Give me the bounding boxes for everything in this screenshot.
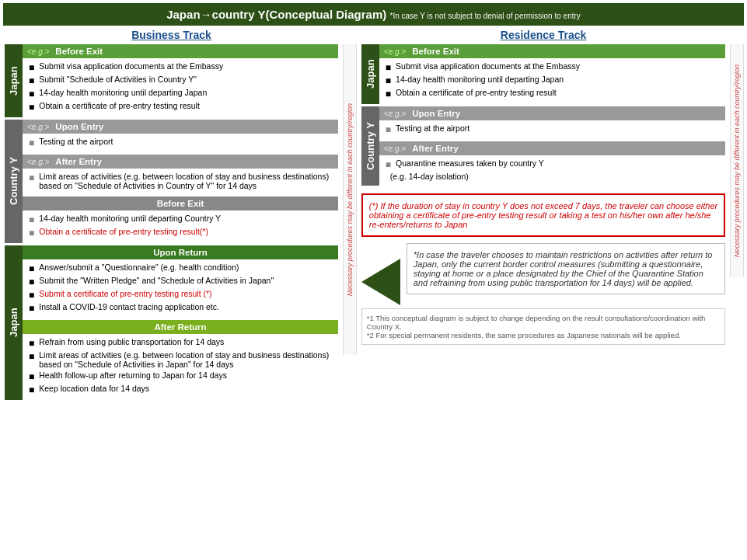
after-return-item-4: ■ Keep location data for 14 days	[29, 384, 332, 395]
japan-return-label: Japan	[5, 245, 23, 400]
after-return-header: After Return	[23, 320, 338, 334]
side-note-right: Necessary procedures may be different in…	[733, 64, 741, 257]
before-exit-item-1: ■ Submit visa application documents at t…	[29, 61, 332, 73]
res-after-entry-eg: <e.g.>	[384, 144, 406, 153]
after-entry-content: ■ Limit areas of activities (e.g. betwee…	[23, 169, 338, 195]
residence-before-exit-content: ■ Submit visa application documents at t…	[379, 58, 725, 104]
upon-return-item-1: ■ Answer/submit a "Questionnaire" (e.g. …	[29, 263, 332, 274]
japan-return-blocks: Upon Return ■ Answer/submit a "Questionn…	[23, 245, 338, 400]
title-main: Japan→country Y(Conceptual Diagram)	[166, 8, 386, 21]
upon-entry-header: <e.g.> Upon Entry	[23, 120, 338, 134]
footnote-1: *1 This conceptual diagram is subject to…	[367, 314, 720, 331]
residence-before-exit-eg: <e.g.>	[384, 47, 406, 56]
bullet-icon: ■	[29, 75, 34, 86]
bullet-icon: ■	[29, 228, 34, 238]
bullet-icon: ■	[29, 62, 34, 73]
bullet-icon: ■	[29, 384, 34, 395]
res-upon-entry-eg: <e.g.>	[384, 110, 406, 118]
res-before-exit-item-1: ■ Submit visa application documents at t…	[386, 61, 719, 73]
residence-before-exit-block: <e.g.> Before Exit ■ Submit visa applica…	[379, 44, 725, 104]
residence-japan-label: Japan	[361, 44, 379, 104]
before-exit-y-header: Before Exit	[23, 197, 338, 210]
before-exit-y-content: ■ 14-day health monitoring until departi…	[23, 210, 338, 243]
upon-return-item-3: ■ Submit a certificate of pre-entry test…	[29, 289, 332, 301]
after-entry-eg: <e.g.>	[27, 158, 49, 166]
upon-entry-eg: <e.g.>	[27, 123, 49, 131]
upon-return-item-4: ■ Install a COVID-19 contact tracing app…	[29, 302, 332, 314]
after-return-item-3: ■ Health follow-up after returning to Ja…	[29, 370, 332, 382]
res-after-entry-header: <e.g.> After Entry	[379, 141, 725, 155]
res-after-entry-item-1: ■ Quarantine measures taken by country Y	[386, 158, 719, 170]
before-exit-content: ■ Submit visa application documents at t…	[23, 58, 338, 117]
footnotes: *1 This conceptual diagram is subject to…	[361, 308, 725, 345]
after-entry-title: After Entry	[55, 157, 101, 166]
res-upon-entry-header: <e.g.> Upon Entry	[379, 106, 725, 120]
residence-before-exit-header: <e.g.> Before Exit	[379, 44, 725, 58]
upon-return-item-2: ■ Submit the "Written Pledge" and "Sched…	[29, 276, 332, 287]
res-after-entry-content: ■ Quarantine measures taken by country Y…	[379, 155, 725, 186]
bullet-icon: ■	[29, 338, 34, 349]
upon-entry-content: ■ Testing at the airport	[23, 134, 338, 153]
after-entry-block: <e.g.> After Entry ■ Limit areas of acti…	[23, 155, 338, 195]
res-before-exit-item-3: ■ Obtain a certificate of pre-entry test…	[386, 88, 719, 99]
info-box-text: *In case the traveler chooses to maintai…	[407, 243, 725, 294]
japan-before-exit-row: Japan <e.g.> Before Exit ■ Submit visa a…	[5, 44, 338, 117]
page-title: Japan→country Y(Conceptual Diagram) *In …	[3, 3, 744, 26]
footnote-2: *2 For special permanent residents, the …	[367, 331, 720, 339]
country-y-label: Country Y	[5, 120, 23, 243]
res-after-entry-title: After Entry	[412, 144, 458, 153]
bullet-icon: ■	[29, 214, 34, 225]
left-divider: Necessary procedures may be different in…	[343, 44, 357, 355]
upon-entry-title: Upon Entry	[55, 122, 103, 131]
before-exit-item-3: ■ 14-day health monitoring until departi…	[29, 88, 332, 99]
side-note-left: Necessary procedures may be different in…	[346, 103, 354, 296]
res-upon-entry-item-1: ■ Testing at the airport	[386, 123, 719, 135]
residence-country-y-label: Country Y	[361, 106, 379, 186]
res-before-exit-item-2: ■ 14-day health monitoring until departi…	[386, 75, 719, 86]
business-track-title: Business Track	[5, 29, 338, 41]
right-divider: Necessary procedures may be different in…	[730, 44, 744, 277]
before-exit-item-4: ■ Obtain a certificate of pre-entry test…	[29, 101, 332, 113]
japan-return-section-row: Japan Upon Return ■ Answer/submit a "Que…	[5, 245, 338, 400]
bullet-icon: ■	[386, 124, 391, 135]
page-wrapper: Japan→country Y(Conceptual Diagram) *In …	[0, 0, 747, 406]
country-y-section-row: Country Y <e.g.> Upon Entry ■ Testing at…	[5, 120, 338, 243]
res-upon-entry-title: Upon Entry	[412, 109, 460, 118]
info-box-red: (*) If the duration of stay in country Y…	[361, 193, 725, 237]
upon-return-block: Upon Return ■ Answer/submit a "Questionn…	[23, 245, 338, 318]
bullet-icon: ■	[29, 290, 34, 301]
business-track-section: Business Track Japan <e.g.> Before Exit …	[3, 26, 340, 403]
country-y-blocks: <e.g.> Upon Entry ■ Testing at the airpo…	[23, 120, 338, 243]
residence-country-y-blocks: <e.g.> Upon Entry ■ Testing at the airpo…	[379, 106, 725, 186]
after-return-item-1: ■ Refrain from using public transportati…	[29, 337, 332, 349]
residence-country-y-row: Country Y <e.g.> Upon Entry ■ Testing at…	[361, 106, 725, 186]
after-return-item-2: ■ Limit areas of activities (e.g. betwee…	[29, 350, 332, 369]
after-entry-header: <e.g.> After Entry	[23, 155, 338, 169]
residence-before-exit-title: Before Exit	[412, 47, 459, 56]
bullet-icon: ■	[386, 75, 391, 86]
upon-entry-block: <e.g.> Upon Entry ■ Testing at the airpo…	[23, 120, 338, 153]
res-after-entry-block: <e.g.> After Entry ■ Quarantine measures…	[379, 141, 725, 186]
after-return-block: After Return ■ Refrain from using public…	[23, 320, 338, 400]
before-exit-y-item-1: ■ 14-day health monitoring until departi…	[29, 214, 332, 225]
bullet-icon: ■	[29, 137, 34, 148]
bullet-icon: ■	[386, 89, 391, 99]
bullet-icon: ■	[386, 159, 391, 170]
res-after-entry-item-2: (e.g. 14-day isolation)	[386, 172, 719, 181]
info-box-text-content: *In case the traveler chooses to maintai…	[414, 250, 713, 287]
bullet-icon: ■	[29, 172, 34, 183]
res-upon-entry-block: <e.g.> Upon Entry ■ Testing at the airpo…	[379, 106, 725, 140]
bullet-icon: ■	[29, 277, 34, 287]
left-arrow-icon	[361, 259, 400, 305]
bullet-icon: ■	[29, 371, 34, 382]
bullet-icon: ■	[29, 351, 34, 362]
residence-track-section: Residence Track Japan <e.g.> Before Exit…	[360, 26, 727, 348]
arrow-container	[361, 259, 400, 305]
after-return-content: ■ Refrain from using public transportati…	[23, 334, 338, 400]
before-exit-y-item-2: ■ Obtain a certificate of pre-entry test…	[29, 227, 332, 238]
upon-entry-item-1: ■ Testing at the airport	[29, 137, 332, 148]
info-box-red-text: (*) If the duration of stay in country Y…	[369, 201, 717, 229]
before-exit-header: <e.g.> Before Exit	[23, 44, 338, 58]
res-upon-entry-content: ■ Testing at the airport	[379, 120, 725, 140]
bullet-icon: ■	[29, 263, 34, 274]
